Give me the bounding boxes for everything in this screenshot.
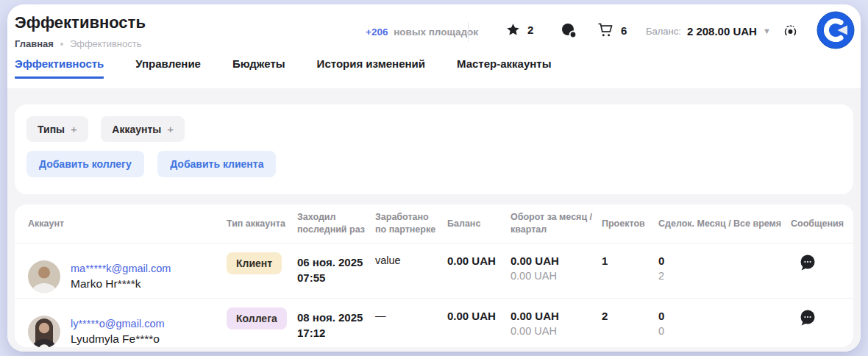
col-header-messages: Сообщения bbox=[791, 218, 850, 230]
balance-dropdown[interactable]: Баланс: 2 208.00 UAH ▼ bbox=[646, 25, 771, 38]
last-visit-time: 17:12 bbox=[297, 325, 375, 341]
messages-cell bbox=[791, 310, 840, 330]
deals-month: 0 bbox=[658, 310, 791, 322]
projects-cell: 2 bbox=[602, 310, 658, 322]
filter-types-label: Типы bbox=[38, 124, 65, 135]
breadcrumb-current: Эффективность bbox=[70, 38, 142, 49]
page-title: Эффективность bbox=[15, 13, 146, 32]
chat-button[interactable] bbox=[561, 23, 577, 41]
message-button[interactable] bbox=[798, 253, 817, 274]
favorites-count: 2 bbox=[527, 24, 533, 36]
col-header-projects: Проектов bbox=[602, 218, 658, 230]
messages-cell bbox=[791, 254, 840, 275]
collaborator-logo[interactable] bbox=[817, 11, 855, 52]
account-cell: ma*****k@gmail.com Marko Hr****k bbox=[28, 249, 227, 293]
voice-assistant-button[interactable] bbox=[781, 23, 800, 44]
last-visit-time: 07:55 bbox=[297, 270, 375, 285]
balance-cell: 0.00 UAH bbox=[447, 310, 511, 322]
deals-cell: 0 0 bbox=[658, 310, 791, 337]
deals-month: 0 bbox=[658, 254, 791, 267]
tab-management[interactable]: Управление bbox=[135, 57, 201, 79]
chevron-down-icon: ▼ bbox=[763, 27, 771, 35]
avatar bbox=[28, 260, 60, 293]
last-visit-date: 08 ноя. 2025 bbox=[297, 310, 375, 325]
add-colleague-button[interactable]: Добавить коллегу bbox=[26, 151, 144, 177]
partner-earnings-cell: — bbox=[375, 310, 447, 321]
deals-total: 0 bbox=[658, 325, 791, 337]
logo-icon bbox=[817, 11, 855, 49]
tab-budgets[interactable]: Бюджеты bbox=[232, 57, 285, 79]
filter-accounts-label: Аккаунты bbox=[112, 124, 161, 135]
col-header-account: Аккаунт bbox=[28, 218, 227, 230]
account-email-link[interactable]: ma*****k@gmail.com bbox=[71, 263, 171, 274]
deals-cell: 0 2 bbox=[658, 254, 791, 282]
deals-total: 2 bbox=[658, 270, 791, 282]
col-header-turnover: Оборот за месяц / квартал bbox=[511, 211, 602, 236]
star-icon bbox=[506, 23, 520, 37]
account-email-link[interactable]: ly*****o@gmail.com bbox=[71, 318, 165, 330]
turnover-quarter: 0.00 UAH bbox=[511, 270, 602, 282]
table-row: ma*****k@gmail.com Marko Hr****k Клиент … bbox=[15, 243, 853, 299]
content-section: Типы + Аккаунты + Добавить коллегу Добав… bbox=[7, 88, 861, 352]
cart-count: 6 bbox=[621, 24, 627, 37]
top-bar: Эффективность Главная Эффективность +206… bbox=[7, 4, 861, 57]
turnover-month: 0.00 UAH bbox=[511, 254, 602, 267]
last-visit-cell: 06 ноя. 2025 07:55 bbox=[297, 254, 375, 285]
col-header-balance: Баланс bbox=[447, 218, 511, 230]
new-platforms-link[interactable]: +206 новых площадок bbox=[366, 26, 478, 38]
tab-bar: Эффективность Управление Бюджеты История… bbox=[7, 57, 861, 88]
message-button[interactable] bbox=[798, 308, 817, 330]
filters-card: Типы + Аккаунты + Добавить коллегу Добав… bbox=[15, 104, 853, 194]
cart-button[interactable]: 6 bbox=[597, 23, 627, 38]
account-type-cell: Клиент bbox=[227, 254, 297, 274]
account-name: Lyudmyla Fe****o bbox=[71, 332, 165, 346]
col-header-partner-earnings: Заработано по партнерке bbox=[375, 211, 447, 236]
account-identity: ly*****o@gmail.com Lyudmyla Fe****o bbox=[71, 318, 165, 346]
account-type-badge: Коллега bbox=[227, 307, 287, 330]
table-row: ly*****o@gmail.com Lyudmyla Fe****o Колл… bbox=[15, 299, 853, 347]
partner-earnings-cell: value bbox=[375, 254, 447, 266]
topbar-divider bbox=[468, 22, 469, 42]
breadcrumb-home-link[interactable]: Главная bbox=[15, 38, 54, 49]
add-client-button[interactable]: Добавить клиента bbox=[157, 151, 276, 177]
breadcrumb-separator bbox=[60, 43, 63, 46]
col-header-last-visit: Заходил последний раз bbox=[297, 211, 375, 236]
table-header-row: Аккаунт Тип аккаунта Заходил последний р… bbox=[15, 204, 853, 243]
plus-icon: + bbox=[71, 123, 77, 135]
chat-icon bbox=[561, 23, 577, 38]
col-header-account-type: Тип аккаунта bbox=[227, 218, 297, 230]
col-header-deals: Сделок. Месяц / Все время bbox=[658, 218, 791, 230]
tab-effectiveness[interactable]: Эффективность bbox=[15, 57, 104, 79]
account-name: Marko Hr****k bbox=[71, 277, 171, 291]
message-bubble-icon bbox=[798, 253, 817, 272]
last-visit-cell: 08 ноя. 2025 17:12 bbox=[297, 310, 375, 341]
account-type-badge: Клиент bbox=[227, 252, 282, 274]
breadcrumb: Главная Эффективность bbox=[15, 38, 141, 49]
turnover-month: 0.00 UAH bbox=[511, 310, 602, 322]
balance-cell: 0.00 UAH bbox=[447, 254, 511, 267]
new-platforms-label: новых площадок bbox=[394, 26, 478, 38]
avatar bbox=[28, 316, 60, 347]
filter-accounts-pill[interactable]: Аккаунты + bbox=[101, 116, 185, 142]
turnover-cell: 0.00 UAH 0.00 UAH bbox=[511, 310, 602, 337]
filter-types-pill[interactable]: Типы + bbox=[26, 116, 88, 142]
voice-assistant-icon bbox=[781, 23, 800, 41]
accounts-table-card: Аккаунт Тип аккаунта Заходил последний р… bbox=[15, 204, 853, 347]
plus-icon: + bbox=[167, 123, 174, 135]
balance-label: Баланс: bbox=[646, 26, 681, 37]
new-platforms-count: +206 bbox=[366, 26, 388, 38]
balance-value: 2 208.00 UAH bbox=[687, 25, 757, 38]
filter-pills-row: Типы + Аккаунты + bbox=[26, 116, 842, 142]
turnover-quarter: 0.00 UAH bbox=[511, 325, 602, 337]
app-window: Эффективность Главная Эффективность +206… bbox=[7, 4, 861, 352]
cart-icon bbox=[597, 23, 613, 38]
tab-change-history[interactable]: История изменений bbox=[317, 57, 425, 79]
last-visit-date: 06 ноя. 2025 bbox=[297, 254, 375, 270]
favorites-button[interactable]: 2 bbox=[506, 23, 533, 37]
account-identity: ma*****k@gmail.com Marko Hr****k bbox=[71, 263, 171, 291]
turnover-cell: 0.00 UAH 0.00 UAH bbox=[511, 254, 602, 282]
message-bubble-icon bbox=[798, 308, 817, 327]
tab-master-accounts[interactable]: Мастер-аккаунты bbox=[457, 57, 551, 79]
account-type-cell: Коллега bbox=[227, 310, 297, 330]
action-buttons-row: Добавить коллегу Добавить клиента bbox=[26, 151, 842, 177]
